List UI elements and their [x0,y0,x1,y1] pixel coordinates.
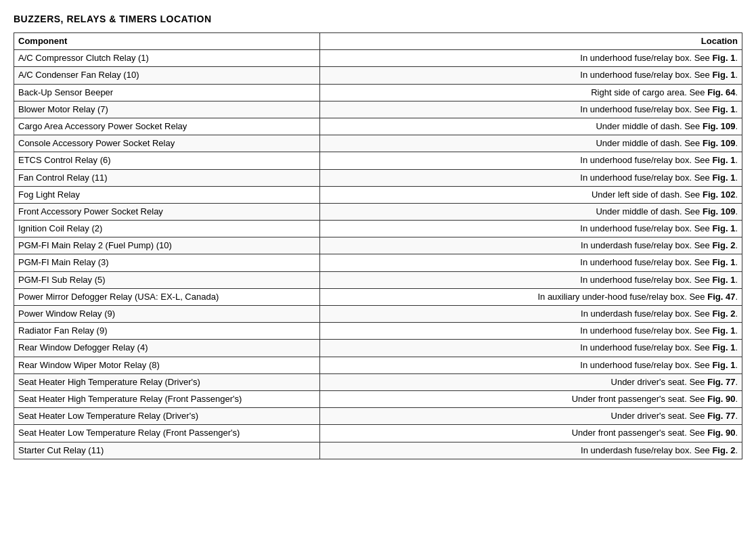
component-cell: Ignition Coil Relay (2) [14,221,320,237]
table-row: Blower Motor Relay (7)In underhood fuse/… [14,101,742,118]
figure-reference: Fig. 1 [712,70,735,80]
period-text: . [735,189,738,200]
table-row: PGM-FI Main Relay 2 (Fuel Pump) (10)In u… [14,237,742,254]
location-text: In underdash fuse/relay box. See [581,309,712,319]
period-text: . [735,292,738,302]
period-text: . [735,411,738,421]
component-cell: Back-Up Sensor Beeper [14,84,320,101]
figure-reference: Fig. 90 [707,394,735,404]
component-cell: Fan Control Relay (11) [14,169,320,186]
component-cell: PGM-FI Sub Relay (5) [14,271,320,288]
component-cell: Power Mirror Defogger Relay (USA: EX-L, … [14,288,320,305]
component-cell: PGM-FI Main Relay (3) [14,254,320,271]
period-text: . [735,325,738,336]
figure-reference: Fig. 64 [707,87,735,97]
figure-reference: Fig. 77 [707,377,735,387]
table-row: Power Mirror Defogger Relay (USA: EX-L, … [14,288,742,305]
component-cell: ETCS Control Relay (6) [14,152,320,169]
period-text: . [735,70,738,80]
table-row: ETCS Control Relay (6)In underhood fuse/… [14,152,742,169]
period-text: . [735,121,738,131]
location-header: Location [319,33,742,50]
period-text: . [735,309,738,319]
location-cell: In underhood fuse/relay box. See Fig. 1. [319,254,742,271]
location-text: In underdash fuse/relay box. See [581,445,712,455]
figure-reference: Fig. 2 [712,445,735,455]
figure-reference: Fig. 90 [707,428,735,438]
period-text: . [735,360,738,370]
location-text: Under driver's seat. See [611,377,708,387]
period-text: . [735,104,738,114]
figure-reference: Fig. 1 [712,360,735,370]
component-cell: Seat Heater Low Temperature Relay (Drive… [14,408,320,425]
location-cell: Under middle of dash. See Fig. 109. [319,135,742,152]
figure-reference: Fig. 109 [703,138,735,148]
location-text: In underhood fuse/relay box. See [580,53,712,63]
table-row: Seat Heater Low Temperature Relay (Drive… [14,408,742,425]
period-text: . [735,445,738,455]
component-cell: Cargo Area Accessory Power Socket Relay [14,118,320,135]
main-table: Component Location A/C Compressor Clutch… [14,32,742,459]
location-text: Under middle of dash. See [596,206,703,217]
figure-reference: Fig. 109 [703,121,735,131]
component-cell: Rear Window Defogger Relay (4) [14,340,320,357]
period-text: . [735,155,738,165]
figure-reference: Fig. 1 [712,325,735,336]
table-row: Rear Window Wiper Motor Relay (8)In unde… [14,357,742,373]
location-cell: In auxiliary under-hood fuse/relay box. … [319,288,742,305]
table-row: Rear Window Defogger Relay (4)In underho… [14,340,742,357]
figure-reference: Fig. 47 [707,292,735,302]
component-cell: Console Accessory Power Socket Relay [14,135,320,152]
component-header: Component [14,33,320,50]
component-cell: Power Window Relay (9) [14,306,320,323]
location-cell: In underhood fuse/relay box. See Fig. 1. [319,101,742,118]
location-text: Under front passenger's seat. See [572,394,707,404]
figure-reference: Fig. 1 [712,155,735,165]
location-cell: In underhood fuse/relay box. See Fig. 1. [319,67,742,84]
component-cell: Seat Heater High Temperature Relay (Fron… [14,390,320,407]
location-cell: Under middle of dash. See Fig. 109. [319,118,742,135]
location-text: In underhood fuse/relay box. See [580,325,712,336]
location-text: In underdash fuse/relay box. See [581,240,712,250]
table-row: Starter Cut Relay (11)In underdash fuse/… [14,442,742,459]
location-cell: Right side of cargo area. See Fig. 64. [319,84,742,101]
location-cell: In underhood fuse/relay box. See Fig. 1. [319,169,742,186]
component-cell: Seat Heater High Temperature Relay (Driv… [14,373,320,390]
table-header-row: Component Location [14,33,742,50]
table-row: Ignition Coil Relay (2)In underhood fuse… [14,221,742,237]
location-text: In underhood fuse/relay box. See [580,104,712,114]
period-text: . [735,206,738,217]
period-text: . [735,240,738,250]
location-cell: Under front passenger's seat. See Fig. 9… [319,425,742,442]
location-text: Right side of cargo area. See [591,87,707,97]
component-cell: A/C Compressor Clutch Relay (1) [14,50,320,67]
figure-reference: Fig. 1 [712,173,735,183]
component-cell: Seat Heater Low Temperature Relay (Front… [14,425,320,442]
period-text: . [735,138,738,148]
location-cell: In underhood fuse/relay box. See Fig. 1. [319,221,742,237]
location-text: Under middle of dash. See [596,121,703,131]
location-cell: In underhood fuse/relay box. See Fig. 1. [319,357,742,373]
component-cell: PGM-FI Main Relay 2 (Fuel Pump) (10) [14,237,320,254]
figure-reference: Fig. 2 [712,240,735,250]
location-text: In underhood fuse/relay box. See [580,70,712,80]
table-row: Power Window Relay (9)In underdash fuse/… [14,306,742,323]
figure-reference: Fig. 2 [712,309,735,319]
figure-reference: Fig. 109 [703,206,735,217]
location-cell: Under middle of dash. See Fig. 109. [319,203,742,220]
location-cell: Under front passenger's seat. See Fig. 9… [319,390,742,407]
table-row: Seat Heater High Temperature Relay (Driv… [14,373,742,390]
table-row: Back-Up Sensor BeeperRight side of cargo… [14,84,742,101]
table-row: PGM-FI Sub Relay (5)In underhood fuse/re… [14,271,742,288]
figure-reference: Fig. 1 [712,223,735,233]
table-row: A/C Compressor Clutch Relay (1)In underh… [14,50,742,67]
location-text: In underhood fuse/relay box. See [580,257,712,267]
location-cell: In underhood fuse/relay box. See Fig. 1. [319,152,742,169]
component-cell: Front Accessory Power Socket Relay [14,203,320,220]
period-text: . [735,257,738,267]
table-row: Fan Control Relay (11)In underhood fuse/… [14,169,742,186]
period-text: . [735,223,738,233]
location-text: In underhood fuse/relay box. See [580,173,712,183]
location-text: Under left side of dash. See [592,189,703,200]
period-text: . [735,428,738,438]
